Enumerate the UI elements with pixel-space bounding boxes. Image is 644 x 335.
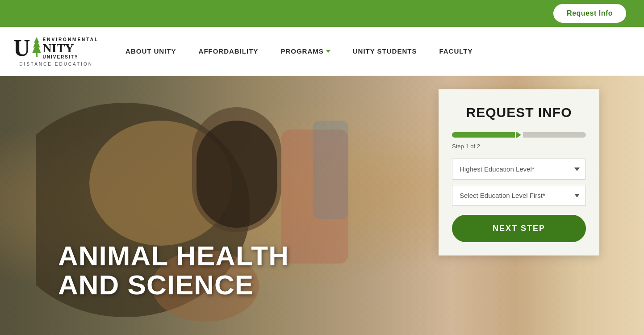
- svg-rect-7: [313, 121, 348, 219]
- step-label: Step 1 of 2: [452, 143, 586, 150]
- education-level-select[interactable]: Highest Education Level* High School / G…: [452, 159, 586, 180]
- progress-step2: [523, 132, 586, 138]
- nav-faculty[interactable]: FACULTY: [439, 47, 473, 55]
- education-level-wrapper: Highest Education Level* High School / G…: [452, 159, 586, 180]
- program-dropdown-container: Select Education Level First*: [452, 185, 586, 206]
- next-step-button[interactable]: NEXT STEP: [452, 215, 586, 242]
- logo-tree-icon: [30, 36, 43, 61]
- nav-programs[interactable]: PROGRAMS: [280, 47, 330, 55]
- program-select[interactable]: Select Education Level First*: [452, 185, 586, 206]
- progress-arrow: [516, 131, 521, 138]
- nav-links: ABOUT UNITY AFFORDABILITY PROGRAMS UNITY…: [125, 47, 631, 55]
- nav-about-unity[interactable]: ABOUT UNITY: [125, 47, 176, 55]
- logo-letter-u: U: [13, 37, 30, 60]
- top-request-info-button[interactable]: Request Info: [553, 4, 626, 23]
- progress-step1: [452, 132, 515, 138]
- logo-university: UNIVERSITY: [43, 54, 99, 59]
- hero-section: ANIMAL HEALTH AND SCIENCE REQUEST INFO S…: [0, 76, 644, 335]
- logo-text: U ENVIRONMENTAL NITY UNIVERSITY: [13, 36, 99, 61]
- programs-dropdown-arrow: [326, 50, 330, 53]
- card-title: REQUEST INFO: [452, 105, 586, 120]
- education-level-dropdown-container: Highest Education Level* High School / G…: [452, 159, 586, 180]
- navbar: U ENVIRONMENTAL NITY UNIVERSITY DISTANCE…: [0, 27, 644, 76]
- progress-bar: [452, 131, 586, 138]
- svg-rect-4: [197, 121, 277, 228]
- nav-affordability[interactable]: AFFORDABILITY: [199, 47, 259, 55]
- logo: U ENVIRONMENTAL NITY UNIVERSITY DISTANCE…: [13, 36, 99, 67]
- nav-unity-students[interactable]: UNITY STUDENTS: [353, 47, 417, 55]
- svg-rect-0: [36, 53, 38, 57]
- top-bar: Request Info: [0, 0, 644, 27]
- program-wrapper: Select Education Level First*: [452, 185, 586, 206]
- request-info-card: REQUEST INFO Step 1 of 2 Highest Educati…: [439, 89, 599, 255]
- hero-title: ANIMAL HEALTH AND SCIENCE: [58, 241, 289, 299]
- logo-distance: DISTANCE EDUCATION: [19, 62, 93, 67]
- logo-nity: NITY: [43, 42, 99, 54]
